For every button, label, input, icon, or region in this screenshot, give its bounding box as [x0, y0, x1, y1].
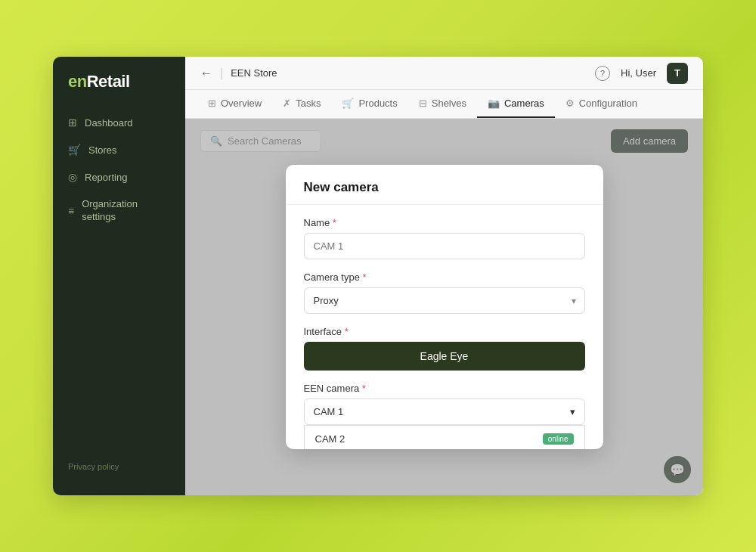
sidebar-footer: Privacy policy	[53, 459, 185, 480]
header-left: ← | EEN Store	[200, 67, 277, 80]
sidebar-item-dashboard[interactable]: ⊞ Dashboard	[53, 110, 185, 135]
app-window: enRetail ⊞ Dashboard 🛒 Stores ◎ Reportin…	[53, 57, 703, 495]
main-content: ← | EEN Store ? Hi, User T ⊞ Overview ✗ …	[185, 57, 703, 495]
header-right: ? Hi, User T	[595, 63, 688, 84]
dropdown-item-cam2[interactable]: CAM 2 online	[305, 426, 584, 449]
tab-configuration[interactable]: ⚙ Configuration	[555, 90, 648, 118]
products-icon: 🛒	[342, 98, 354, 109]
sidebar-item-stores[interactable]: 🛒 Stores	[53, 137, 185, 163]
stores-icon: 🛒	[68, 144, 81, 156]
header-divider: |	[220, 67, 223, 80]
dropdown-item-label: CAM 2	[315, 433, 345, 445]
interface-field-group: Interface * Eagle Eye	[304, 326, 585, 371]
name-field-group: Name *	[304, 217, 585, 259]
tab-tasks[interactable]: ✗ Tasks	[272, 90, 331, 118]
tab-shelves[interactable]: ⊟ Shelves	[408, 90, 477, 118]
overview-icon: ⊞	[208, 98, 216, 109]
een-camera-dropdown: CAM 1 ▾ CAM 2 online CAM 1	[304, 398, 585, 425]
reporting-icon: ◎	[68, 171, 77, 183]
tab-cameras[interactable]: 📷 Cameras	[477, 90, 555, 118]
modal-header: New camera	[286, 165, 603, 205]
tasks-icon: ✗	[283, 98, 291, 109]
shelves-icon: ⊟	[419, 98, 427, 109]
sidebar-item-reporting[interactable]: ◎ Reporting	[53, 164, 185, 190]
tab-overview[interactable]: ⊞ Overview	[197, 90, 272, 118]
status-badge: online	[543, 433, 574, 445]
modal-overlay: New camera Name * Ca	[185, 119, 703, 495]
configuration-icon: ⚙	[565, 98, 575, 109]
org-settings-icon: ≡	[68, 205, 74, 217]
new-camera-modal: New camera Name * Ca	[286, 165, 603, 449]
modal-body: Name * Camera type * Proxy	[286, 205, 603, 449]
sidebar-item-label: Organization settings	[82, 198, 170, 224]
een-camera-selected-value: CAM 1	[314, 406, 344, 417]
dashboard-icon: ⊞	[68, 116, 77, 129]
chevron-down-icon: ▾	[570, 406, 575, 417]
camera-type-label: Camera type *	[304, 271, 585, 283]
interface-label: Interface *	[304, 326, 585, 337]
help-button[interactable]: ?	[595, 66, 610, 81]
name-input[interactable]	[304, 233, 585, 259]
content-area: 🔍 Add camera New camera Name *	[185, 119, 703, 495]
een-camera-select-trigger[interactable]: CAM 1 ▾	[304, 398, 585, 425]
back-button[interactable]: ←	[200, 67, 212, 80]
camera-type-select-wrapper: Proxy ▾	[304, 287, 585, 314]
sidebar: enRetail ⊞ Dashboard 🛒 Stores ◎ Reportin…	[53, 57, 185, 495]
sidebar-item-label: Stores	[88, 144, 117, 156]
een-camera-dropdown-list: CAM 2 online CAM 1 online CF1 16th Floor…	[304, 425, 585, 449]
app-logo: enRetail	[53, 72, 185, 110]
cameras-icon: 📷	[488, 98, 500, 109]
een-camera-label: EEN camera *	[304, 383, 585, 394]
een-camera-field-group: EEN camera * CAM 1 ▾ CAM 2	[304, 383, 585, 425]
avatar[interactable]: T	[667, 63, 688, 84]
user-greeting: Hi, User	[621, 67, 656, 79]
modal-title: New camera	[304, 180, 379, 194]
name-label: Name *	[304, 217, 585, 228]
header-bar: ← | EEN Store ? Hi, User T	[185, 57, 703, 90]
interface-button[interactable]: Eagle Eye	[304, 342, 585, 371]
sidebar-item-label: Reporting	[85, 172, 127, 183]
camera-type-field-group: Camera type * Proxy ▾	[304, 271, 585, 314]
nav-tabs: ⊞ Overview ✗ Tasks 🛒 Products ⊟ Shelves …	[185, 90, 703, 119]
sidebar-item-label: Dashboard	[85, 117, 133, 129]
sidebar-nav: ⊞ Dashboard 🛒 Stores ◎ Reporting ≡ Organ…	[53, 110, 185, 459]
tab-products[interactable]: 🛒 Products	[331, 90, 407, 118]
camera-type-select[interactable]: Proxy	[304, 287, 585, 314]
privacy-policy-link[interactable]: Privacy policy	[68, 462, 119, 471]
store-name: EEN Store	[231, 67, 277, 79]
sidebar-item-organization-settings[interactable]: ≡ Organization settings	[53, 191, 185, 231]
